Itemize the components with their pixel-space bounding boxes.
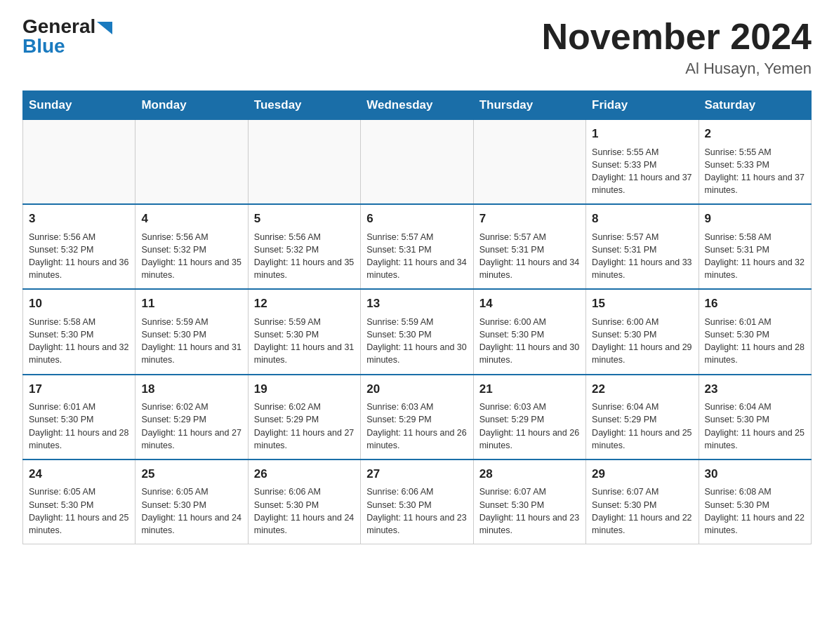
day-info: Sunrise: 5:55 AMSunset: 5:33 PMDaylight:… [705,146,805,197]
day-info: Sunrise: 6:06 AMSunset: 5:30 PMDaylight:… [366,485,467,537]
week-row-4: 17Sunrise: 6:01 AMSunset: 5:30 PMDayligh… [23,375,812,459]
day-info: Sunrise: 5:59 AMSunset: 5:30 PMDaylight:… [141,316,241,367]
day-info: Sunrise: 6:04 AMSunset: 5:30 PMDaylight:… [705,401,805,452]
day-number: 15 [592,295,692,313]
day-number: 25 [141,466,241,483]
calendar-cell: 25Sunrise: 6:05 AMSunset: 5:30 PMDayligh… [135,459,248,544]
calendar-cell: 24Sunrise: 6:05 AMSunset: 5:30 PMDayligh… [23,459,135,544]
page-header: General Blue November 2024 Al Husayn, Ye… [22,17,812,78]
day-number: 8 [592,210,692,228]
week-row-3: 10Sunrise: 5:58 AMSunset: 5:30 PMDayligh… [23,289,812,374]
calendar-cell: 19Sunrise: 6:02 AMSunset: 5:29 PMDayligh… [248,375,360,459]
calendar-cell [23,120,135,205]
day-info: Sunrise: 6:02 AMSunset: 5:29 PMDaylight:… [254,401,355,452]
calendar-table: SundayMondayTuesdayWednesdayThursdayFrid… [22,90,812,544]
calendar-cell: 26Sunrise: 6:06 AMSunset: 5:30 PMDayligh… [248,459,360,544]
day-number: 13 [366,295,467,313]
day-number: 24 [29,466,129,483]
day-number: 21 [479,381,580,398]
weekday-header-wednesday: Wednesday [361,91,473,120]
logo-general-text: General [22,17,95,36]
day-info: Sunrise: 5:56 AMSunset: 5:32 PMDaylight:… [254,231,355,282]
day-number: 5 [254,210,355,228]
day-info: Sunrise: 6:07 AMSunset: 5:30 PMDaylight:… [479,485,580,537]
calendar-cell: 7Sunrise: 5:57 AMSunset: 5:31 PMDaylight… [473,204,585,289]
calendar-cell: 14Sunrise: 6:00 AMSunset: 5:30 PMDayligh… [473,289,585,374]
day-info: Sunrise: 6:02 AMSunset: 5:29 PMDaylight:… [141,401,241,452]
weekday-header-thursday: Thursday [473,91,585,120]
day-number: 18 [141,381,241,398]
calendar-cell: 28Sunrise: 6:07 AMSunset: 5:30 PMDayligh… [473,459,585,544]
day-number: 30 [705,466,805,483]
location-title: Al Husayn, Yemen [542,60,812,78]
weekday-header-tuesday: Tuesday [248,91,360,120]
day-info: Sunrise: 5:58 AMSunset: 5:31 PMDaylight:… [705,231,805,282]
day-info: Sunrise: 5:59 AMSunset: 5:30 PMDaylight:… [366,316,467,367]
day-number: 19 [254,381,355,398]
day-info: Sunrise: 6:05 AMSunset: 5:30 PMDaylight:… [141,485,241,537]
day-info: Sunrise: 6:00 AMSunset: 5:30 PMDaylight:… [592,316,692,367]
week-row-5: 24Sunrise: 6:05 AMSunset: 5:30 PMDayligh… [23,459,812,544]
calendar-cell: 13Sunrise: 5:59 AMSunset: 5:30 PMDayligh… [361,289,473,374]
day-number: 1 [592,126,692,143]
day-info: Sunrise: 6:03 AMSunset: 5:29 PMDaylight:… [479,401,580,452]
week-row-1: 1Sunrise: 5:55 AMSunset: 5:33 PMDaylight… [23,120,812,205]
day-info: Sunrise: 5:56 AMSunset: 5:32 PMDaylight:… [141,231,241,282]
weekday-header-friday: Friday [586,91,699,120]
day-info: Sunrise: 6:04 AMSunset: 5:29 PMDaylight:… [592,401,692,452]
day-info: Sunrise: 6:08 AMSunset: 5:30 PMDaylight:… [705,485,805,537]
calendar-cell: 15Sunrise: 6:00 AMSunset: 5:30 PMDayligh… [586,289,699,374]
calendar-cell: 4Sunrise: 5:56 AMSunset: 5:32 PMDaylight… [135,204,248,289]
weekday-header-sunday: Sunday [23,91,135,120]
day-info: Sunrise: 5:57 AMSunset: 5:31 PMDaylight:… [592,231,692,282]
weekday-header-monday: Monday [135,91,248,120]
calendar-cell: 29Sunrise: 6:07 AMSunset: 5:30 PMDayligh… [586,459,699,544]
calendar-cell: 21Sunrise: 6:03 AMSunset: 5:29 PMDayligh… [473,375,585,459]
day-info: Sunrise: 5:56 AMSunset: 5:32 PMDaylight:… [29,231,129,282]
day-number: 12 [254,295,355,313]
calendar-cell [248,120,360,205]
calendar-cell: 30Sunrise: 6:08 AMSunset: 5:30 PMDayligh… [699,459,811,544]
day-number: 7 [479,210,580,228]
calendar-cell: 2Sunrise: 5:55 AMSunset: 5:33 PMDaylight… [699,120,811,205]
day-info: Sunrise: 5:58 AMSunset: 5:30 PMDaylight:… [29,316,129,367]
calendar-cell: 9Sunrise: 5:58 AMSunset: 5:31 PMDaylight… [699,204,811,289]
day-info: Sunrise: 5:57 AMSunset: 5:31 PMDaylight:… [366,231,467,282]
day-number: 22 [592,381,692,398]
day-info: Sunrise: 6:01 AMSunset: 5:30 PMDaylight:… [705,316,805,367]
month-title: November 2024 [542,17,812,57]
calendar-cell: 11Sunrise: 5:59 AMSunset: 5:30 PMDayligh… [135,289,248,374]
day-number: 10 [29,295,129,313]
calendar-cell: 5Sunrise: 5:56 AMSunset: 5:32 PMDaylight… [248,204,360,289]
calendar-cell [473,120,585,205]
day-number: 28 [479,466,580,483]
calendar-cell: 1Sunrise: 5:55 AMSunset: 5:33 PMDaylight… [586,120,699,205]
calendar-cell: 10Sunrise: 5:58 AMSunset: 5:30 PMDayligh… [23,289,135,374]
day-number: 17 [29,381,129,398]
day-number: 6 [366,210,467,228]
calendar-cell: 23Sunrise: 6:04 AMSunset: 5:30 PMDayligh… [699,375,811,459]
day-info: Sunrise: 6:03 AMSunset: 5:29 PMDaylight:… [366,401,467,452]
logo: General Blue [22,17,112,56]
day-number: 4 [141,210,241,228]
day-number: 11 [141,295,241,313]
day-info: Sunrise: 6:07 AMSunset: 5:30 PMDaylight:… [592,485,692,537]
day-info: Sunrise: 6:06 AMSunset: 5:30 PMDaylight:… [254,485,355,537]
logo-blue-text: Blue [22,35,65,57]
day-number: 23 [705,381,805,398]
day-info: Sunrise: 5:57 AMSunset: 5:31 PMDaylight:… [479,231,580,282]
weekday-header-saturday: Saturday [699,91,811,120]
day-number: 16 [705,295,805,313]
day-number: 2 [705,126,805,143]
svg-marker-0 [97,22,112,34]
calendar-cell: 12Sunrise: 5:59 AMSunset: 5:30 PMDayligh… [248,289,360,374]
day-number: 3 [29,210,129,228]
calendar-cell: 18Sunrise: 6:02 AMSunset: 5:29 PMDayligh… [135,375,248,459]
calendar-cell: 6Sunrise: 5:57 AMSunset: 5:31 PMDaylight… [361,204,473,289]
calendar-cell [361,120,473,205]
title-block: November 2024 Al Husayn, Yemen [542,17,812,78]
week-row-2: 3Sunrise: 5:56 AMSunset: 5:32 PMDaylight… [23,204,812,289]
day-info: Sunrise: 5:59 AMSunset: 5:30 PMDaylight:… [254,316,355,367]
day-info: Sunrise: 5:55 AMSunset: 5:33 PMDaylight:… [592,146,692,197]
calendar-cell: 3Sunrise: 5:56 AMSunset: 5:32 PMDaylight… [23,204,135,289]
